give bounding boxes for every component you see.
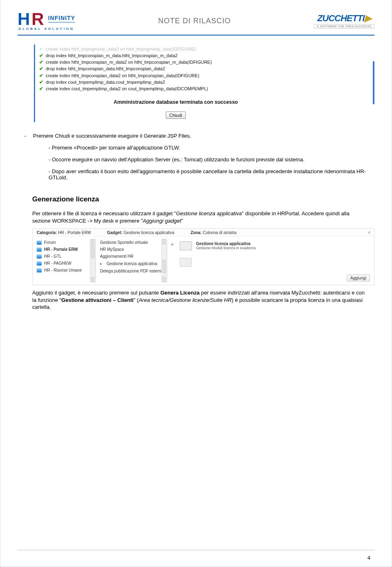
folder-icon: [37, 261, 42, 266]
folder-icon: [37, 268, 42, 272]
gadget-top-bar: Categoria: HR - Portale ERM Gadget: Gest…: [33, 229, 374, 237]
page: H R INFINITY GLOBAL SOLUTION NOTE DI RIL…: [0, 0, 392, 567]
db-step: ✔create index htht_tmpconspian_data2 on …: [39, 72, 312, 79]
gadget-screenshot: Categoria: HR - Portale ERM Gadget: Gest…: [32, 228, 374, 285]
list-item[interactable]: ▸Gestione licenza applicativa: [100, 260, 167, 268]
body-sub-bullet: - Dopo aver verificato il buon esito del…: [49, 168, 374, 181]
categoria-label: Categoria:: [37, 230, 57, 235]
list-item[interactable]: HR MySpace: [100, 246, 167, 253]
preview-subtitle: Gestione Moduli licenza in scadenza: [196, 246, 256, 250]
zona-label: Zona:: [191, 230, 202, 235]
body-sub-bullet: - Premere <Procedi> per tornare all'appl…: [49, 145, 374, 151]
preview-thumbnail[interactable]: [180, 241, 192, 250]
list-item[interactable]: Delega pubblicazione PDF esterni: [100, 268, 167, 275]
list-item[interactable]: HR - Risorse Umane: [37, 267, 96, 274]
check-icon: ✔: [39, 72, 43, 79]
gadget-value: Gestione licenza applicativa: [124, 230, 174, 235]
zucchetti-arrow-icon: ▶: [365, 13, 371, 23]
db-step: ✔drop index cout_tmpemplimp_data.cout_tm…: [39, 79, 312, 85]
zucchetti-logo: ZUCCHETTI▶ IL SOFTWARE CHE CREA SUCCESSO: [314, 13, 374, 29]
db-step: ✔drop index htht_tmpconspian_m_data.htht…: [39, 52, 312, 59]
db-step-cut: ✔ create index htht_tmpngmedp_data2 on h…: [39, 46, 312, 52]
check-icon: ✔: [39, 52, 43, 59]
db-admin-screenshot: ✔ create index htht_tmpngmedp_data2 on h…: [34, 45, 312, 122]
play-icon: ▸: [172, 241, 174, 247]
preview-thumbnail[interactable]: [180, 258, 192, 267]
logo-r-glyph: R: [31, 11, 44, 27]
folder-icon: [37, 241, 42, 245]
list-item[interactable]: HR - Portale ERM: [37, 246, 96, 253]
check-icon: ✔: [39, 79, 43, 85]
gadget-label: Gadget:: [107, 230, 122, 235]
list-item[interactable]: Gestione Sportello virtuale: [100, 239, 167, 246]
db-step: ✔create index htht_tmpconspian_m_data2 o…: [39, 59, 312, 65]
scrollbar[interactable]: [90, 239, 96, 282]
add-button[interactable]: Aggiungi: [347, 275, 370, 281]
section-heading: Generazione licenza: [32, 195, 374, 203]
logo-subtext: GLOBAL SOLUTION: [18, 27, 74, 31]
list-item[interactable]: Forum: [37, 239, 96, 246]
db-step: ✔drop index htht_tmpconspian_data.htht_t…: [39, 65, 312, 72]
check-icon: ✔: [39, 59, 43, 65]
folder-icon: [37, 254, 42, 259]
body-sub-bullet: - Occorre eseguire un riavvio dell'Appli…: [49, 156, 374, 163]
header-title: NOTE DI RILASCIO: [158, 17, 231, 25]
footer-rule: [18, 550, 374, 550]
logo-infinity-text: INFINITY: [48, 15, 75, 22]
check-icon: ✔: [39, 65, 43, 72]
after-paragraph: Aggiunto il gadget, è necessario premere…: [32, 289, 366, 311]
zucchetti-name: ZUCCHETTI: [317, 13, 365, 23]
close-icon[interactable]: ✕: [368, 230, 371, 235]
body-bullets: - Premere Chiudi e successivamente esegu…: [18, 133, 374, 139]
preview-title: Gestione licenza applicativa: [196, 241, 256, 246]
category-list: Forum HR - Portale ERM HR - GTL HR - PAG…: [33, 237, 96, 285]
gadget-list: Gestione Sportello virtuale HR MySpace A…: [96, 237, 167, 285]
check-icon: ✔: [39, 85, 43, 92]
scrollbar[interactable]: [161, 239, 167, 282]
categoria-value: HR - Portale ERM: [58, 230, 91, 235]
list-item[interactable]: Aggiornamenti HR: [100, 253, 167, 260]
section-paragraph: Per ottenere il file di licenza è necess…: [32, 210, 366, 224]
close-button[interactable]: Chiudi: [166, 112, 186, 119]
page-number: 4: [368, 555, 370, 561]
page-header: H R INFINITY GLOBAL SOLUTION NOTE DI RIL…: [18, 11, 374, 36]
list-item[interactable]: HR - GTL: [37, 253, 96, 260]
check-icon: ✔: [39, 46, 43, 52]
db-step: ✔create index cout_tmpemplimp_data2 on c…: [39, 85, 312, 92]
logo-h-glyph: H: [18, 11, 30, 27]
hr-logo: H R INFINITY GLOBAL SOLUTION: [18, 11, 75, 31]
selected-arrow-icon: ▸: [100, 261, 102, 266]
gadget-preview: ▸ Gestione licenza applicativa Gestione …: [167, 237, 374, 285]
body-bullet: - Premere Chiudi e successivamente esegu…: [18, 133, 374, 139]
zona-value: Colonna di sinistra: [203, 230, 236, 235]
list-item[interactable]: HR - PAGHEW: [37, 260, 96, 267]
db-success-message: Amministrazione database terminata con s…: [39, 99, 312, 105]
folder-icon: [37, 248, 42, 252]
zucchetti-tagline: IL SOFTWARE CHE CREA SUCCESSO: [314, 24, 374, 29]
right-accent-bar: [373, 61, 374, 104]
